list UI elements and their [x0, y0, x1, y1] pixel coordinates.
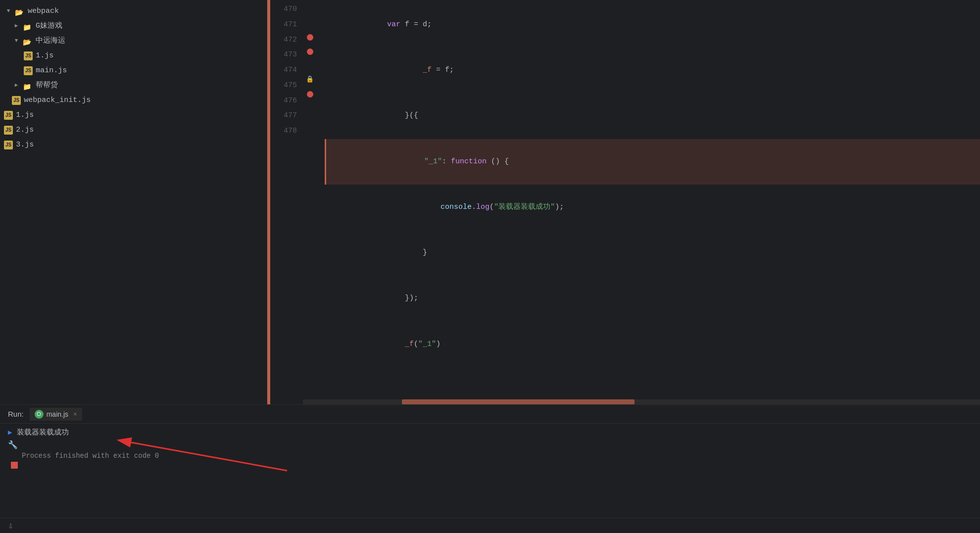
code-line-473: "_1": function () {: [325, 139, 980, 185]
output-line-2: 🔧: [8, 439, 972, 450]
node-icon: ⬡: [35, 410, 44, 419]
sidebar-item-label: 中远海运: [36, 35, 65, 47]
folder-icon: [15, 7, 25, 15]
breakpoint-dot: [307, 48, 313, 55]
line-numbers: 470 471 472 473 474 475 476 477 478: [267, 0, 303, 399]
run-tab-mainjs[interactable]: ⬡ main.js ×: [30, 408, 82, 421]
code-line-472: }({: [325, 94, 980, 139]
sidebar: ▼ webpack ▶ G妹游戏 ▼ 中远海运 JS 1.js JS main.…: [0, 0, 267, 404]
stop-button[interactable]: [11, 462, 18, 469]
code-text: console.log("装载器装载成功");: [325, 185, 564, 230]
sidebar-item-zhongyuan[interactable]: ▼ 中远海运: [0, 34, 267, 48]
sidebar-item-label: webpack_init.js: [24, 95, 91, 106]
js-badge: JS: [4, 126, 13, 135]
bottom-icons: ⇩: [0, 518, 980, 533]
code-text: _f = f;: [325, 48, 454, 93]
code-text: }: [325, 230, 427, 276]
arrow-icon: ▶: [12, 22, 21, 31]
editor-area: 470 471 472 473 474 475 476 477 478: [267, 0, 980, 404]
folder-icon: [23, 37, 33, 45]
js-badge: JS: [24, 66, 33, 75]
sidebar-item-label: 2.js: [16, 124, 34, 136]
main-area: ▼ webpack ▶ G妹游戏 ▼ 中远海运 JS 1.js JS main.…: [0, 0, 980, 404]
lock-icon: 🔒: [306, 73, 314, 87]
run-output-wrapper: ▶ 装载器装载成功 🔧 Process finished with exit c…: [0, 424, 980, 518]
sidebar-item-3js[interactable]: JS 3.js: [0, 138, 267, 152]
code-line-476: });: [325, 276, 980, 322]
sidebar-item-mainjs-zhongyuan[interactable]: JS main.js: [0, 63, 267, 78]
js-badge: JS: [12, 96, 21, 105]
folder-icon: [23, 82, 33, 90]
gutter: 🔒: [303, 0, 317, 399]
tab-close-button[interactable]: ×: [73, 410, 77, 418]
bottom-panel: Run: ⬡ main.js × ▶ 装载器装载成功 🔧 Process fin…: [0, 404, 980, 533]
code-text: var f = d;: [325, 2, 432, 48]
breakpoint-dot: [307, 34, 313, 41]
sidebar-item-label: 帮帮贷: [36, 80, 58, 92]
sidebar-item-2js[interactable]: JS 2.js: [0, 123, 267, 138]
play-icon: ▶: [8, 428, 12, 436]
js-badge: JS: [4, 141, 13, 149]
arrow-icon: ▼: [4, 7, 13, 16]
sidebar-item-g[interactable]: ▶ G妹游戏: [0, 19, 267, 34]
sidebar-item-webpack-init[interactable]: JS webpack_init.js: [0, 93, 267, 108]
sidebar-item-label: webpack: [28, 5, 59, 17]
code-line-475: }: [325, 230, 980, 276]
output-text-1: 装载器装载成功: [17, 428, 69, 437]
sidebar-item-label: main.js: [36, 65, 67, 77]
folder-icon: [23, 22, 33, 30]
arrow-icon: ▶: [12, 81, 21, 90]
code-text: }({: [325, 94, 418, 139]
code-text: });: [325, 276, 418, 322]
js-badge: JS: [24, 51, 33, 60]
run-tab-label: main.js: [47, 410, 68, 418]
breakpoint-bar: [267, 0, 270, 404]
wrench-icon: 🔧: [8, 440, 18, 450]
process-text: Process finished with exit code 0: [22, 452, 159, 460]
sidebar-item-label: 1.js: [36, 50, 53, 62]
code-line-471: _f = f;: [325, 48, 980, 93]
run-tabs: Run: ⬡ main.js ×: [0, 405, 980, 424]
breakpoint-dot: [307, 91, 313, 97]
sidebar-item-bangbang[interactable]: ▶ 帮帮贷: [0, 78, 267, 93]
code-content[interactable]: var f = d; _f = f; }({: [317, 0, 980, 399]
sidebar-item-webpack[interactable]: ▼ webpack: [0, 4, 267, 19]
run-label: Run:: [8, 410, 24, 418]
sidebar-item-label: G妹游戏: [36, 20, 62, 32]
sidebar-item-1js-zhongyuan[interactable]: JS 1.js: [0, 48, 267, 63]
code-container: 470 471 472 473 474 475 476 477 478: [267, 0, 980, 399]
code-text: _f("_1"): [325, 322, 441, 367]
js-badge: JS: [4, 111, 13, 120]
sort-down-icon[interactable]: ⇩: [8, 520, 13, 531]
run-output: ▶ 装载器装载成功 🔧 Process finished with exit c…: [0, 424, 980, 475]
scrollbar-thumb[interactable]: [402, 399, 635, 404]
sidebar-item-label: 3.js: [16, 139, 34, 151]
code-text: "_1": function () {: [326, 139, 509, 185]
sidebar-item-1js[interactable]: JS 1.js: [0, 108, 267, 123]
code-scrollbar[interactable]: [303, 399, 980, 404]
code-line-470: var f = d;: [325, 2, 980, 48]
code-line-474: console.log("装载器装载成功");: [325, 185, 980, 230]
code-line-477: _f("_1"): [325, 322, 980, 367]
sidebar-item-label: 1.js: [16, 109, 34, 121]
output-line-1: ▶ 装载器装载成功: [8, 428, 972, 437]
output-line-4: [8, 462, 972, 469]
arrow-icon: ▼: [12, 37, 21, 46]
output-line-3: Process finished with exit code 0: [8, 452, 972, 460]
